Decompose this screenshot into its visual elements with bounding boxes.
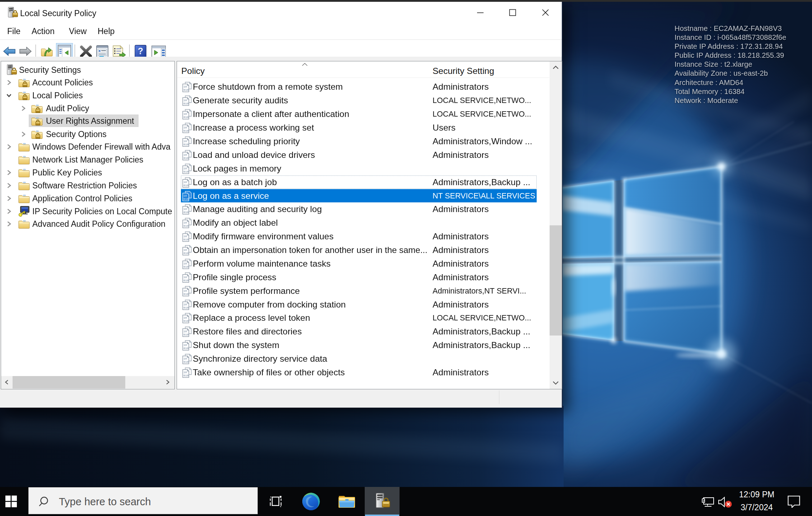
svg-text:?: ?: [138, 46, 143, 56]
